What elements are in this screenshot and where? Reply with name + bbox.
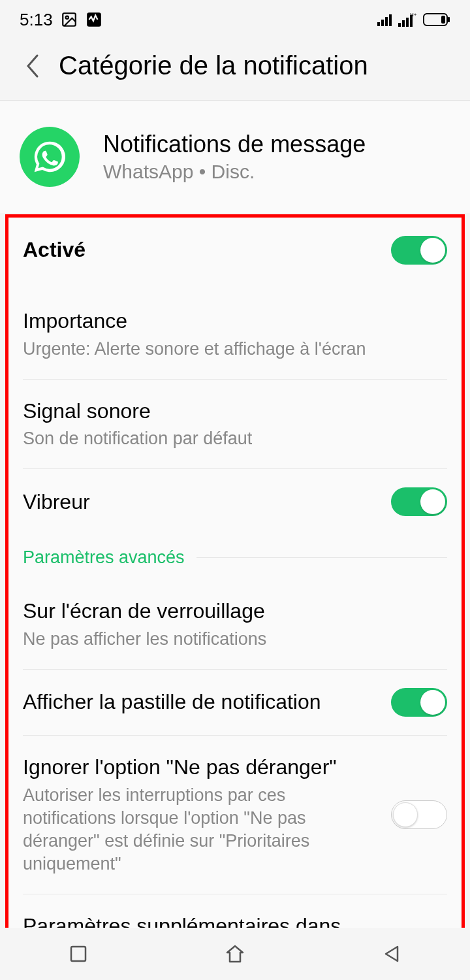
svg-rect-11 bbox=[410, 15, 413, 27]
chevron-left-icon bbox=[24, 53, 41, 79]
photo-icon bbox=[61, 11, 78, 28]
toggle-badge[interactable] bbox=[391, 688, 447, 717]
app-info: Notifications de message WhatsApp • Disc… bbox=[103, 131, 366, 183]
square-icon bbox=[69, 944, 88, 964]
row-lockscreen[interactable]: Sur l'écran de verrouillage Ne pas affic… bbox=[23, 573, 447, 670]
triangle-left-icon bbox=[382, 944, 401, 964]
page-header: Catégorie de la notification bbox=[0, 39, 470, 101]
home-icon bbox=[225, 943, 245, 964]
svg-rect-14 bbox=[441, 16, 445, 24]
importance-sub: Urgente: Alerte sonore et affichage à l'… bbox=[23, 338, 434, 361]
status-bar: 5:13 H+ bbox=[0, 0, 470, 39]
home-button[interactable] bbox=[222, 941, 248, 967]
divider bbox=[196, 557, 447, 558]
svg-rect-15 bbox=[71, 947, 86, 961]
sound-sub: Son de notification par défaut bbox=[23, 427, 434, 450]
svg-rect-8 bbox=[398, 23, 401, 27]
svg-rect-13 bbox=[448, 17, 450, 22]
toggle-enabled[interactable] bbox=[391, 236, 447, 265]
battery-icon bbox=[423, 13, 450, 26]
back-nav-button[interactable] bbox=[379, 941, 405, 967]
svg-rect-4 bbox=[381, 20, 384, 26]
svg-rect-5 bbox=[385, 17, 388, 26]
signal2-icon: H+ bbox=[398, 12, 418, 27]
row-enabled[interactable]: Activé bbox=[23, 218, 447, 283]
whatsapp-icon bbox=[20, 127, 80, 187]
dnd-title: Ignorer l'option "Ne pas déranger" bbox=[23, 754, 378, 781]
status-time: 5:13 bbox=[20, 10, 53, 30]
recent-apps-button[interactable] bbox=[65, 941, 91, 967]
page-title: Catégorie de la notification bbox=[59, 51, 368, 80]
svg-point-1 bbox=[65, 16, 68, 19]
badge-title: Afficher la pastille de notification bbox=[23, 689, 378, 716]
channel-subtitle: WhatsApp • Disc. bbox=[103, 161, 366, 183]
sound-title: Signal sonore bbox=[23, 398, 434, 425]
app-header-section: Notifications de message WhatsApp • Disc… bbox=[0, 101, 470, 213]
row-dnd[interactable]: Ignorer l'option "Ne pas déranger" Autor… bbox=[23, 736, 447, 894]
svg-rect-10 bbox=[406, 18, 409, 27]
row-badge[interactable]: Afficher la pastille de notification bbox=[23, 670, 447, 736]
advanced-label: Paramètres avancés bbox=[23, 547, 185, 568]
signal-icon bbox=[377, 13, 393, 26]
activity-icon bbox=[86, 11, 102, 28]
lockscreen-sub: Ne pas afficher les notifications bbox=[23, 628, 434, 651]
back-button[interactable] bbox=[20, 53, 46, 79]
dnd-sub: Autoriser les interruptions par ces noti… bbox=[23, 784, 378, 875]
lockscreen-title: Sur l'écran de verrouillage bbox=[23, 598, 434, 625]
svg-rect-9 bbox=[402, 20, 405, 27]
toggle-vibrate[interactable] bbox=[391, 487, 447, 516]
row-importance[interactable]: Importance Urgente: Alerte sonore et aff… bbox=[23, 283, 447, 380]
channel-title: Notifications de message bbox=[103, 131, 366, 158]
enabled-label: Activé bbox=[23, 237, 378, 264]
svg-rect-3 bbox=[377, 22, 380, 26]
system-navbar bbox=[0, 928, 470, 980]
status-right: H+ bbox=[377, 12, 450, 27]
advanced-header: Paramètres avancés bbox=[8, 534, 462, 573]
importance-title: Importance bbox=[23, 308, 434, 335]
status-left: 5:13 bbox=[20, 10, 102, 30]
vibrate-title: Vibreur bbox=[23, 489, 378, 516]
svg-rect-6 bbox=[389, 14, 392, 26]
toggle-dnd[interactable] bbox=[391, 800, 447, 829]
row-vibrate[interactable]: Vibreur bbox=[23, 469, 447, 534]
settings-panel: Activé Importance Urgente: Alerte sonore… bbox=[5, 214, 465, 980]
row-sound[interactable]: Signal sonore Son de notification par dé… bbox=[23, 380, 447, 470]
